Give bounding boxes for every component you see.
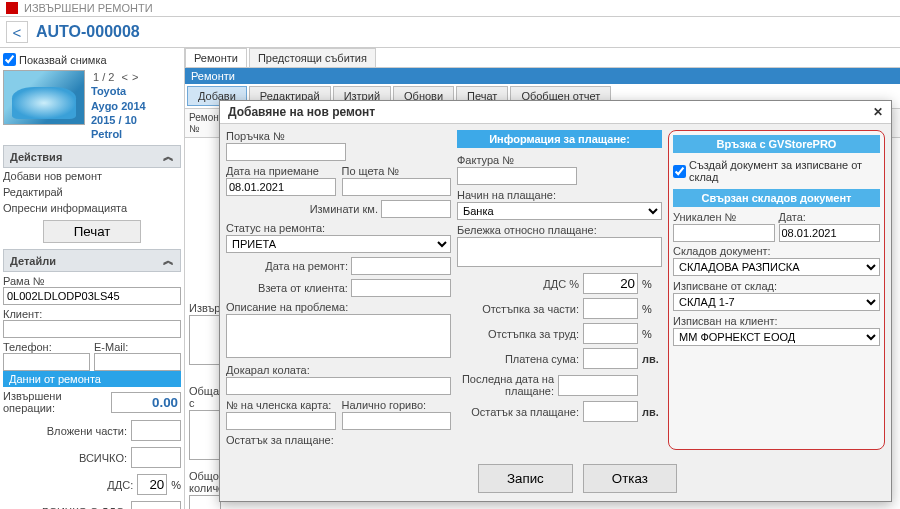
- payment-section-title: Информация за плащане:: [457, 130, 662, 148]
- km-input[interactable]: [381, 200, 451, 218]
- actions-header[interactable]: Действия ︽: [3, 145, 181, 168]
- details-header[interactable]: Детайли ︽: [3, 249, 181, 272]
- app-icon: [6, 2, 18, 14]
- repair-date-input[interactable]: [351, 257, 451, 275]
- pay-method-select[interactable]: Банка: [457, 202, 662, 220]
- print-button[interactable]: Печат: [43, 220, 142, 243]
- uid-input[interactable]: [673, 224, 775, 242]
- app-title: ИЗВЪРШЕНИ РЕМОНТИ: [24, 2, 153, 14]
- pager-prev[interactable]: <: [121, 71, 127, 83]
- paid-input[interactable]: [583, 348, 638, 369]
- chevron-up-icon[interactable]: ︽: [163, 253, 174, 268]
- dialog-title: Добавяне на нов ремонт: [228, 105, 375, 119]
- frame-label: Рама №: [3, 275, 181, 287]
- save-button[interactable]: Запис: [478, 464, 573, 493]
- vat-value[interactable]: [137, 474, 167, 495]
- taken-date-input[interactable]: [351, 279, 451, 297]
- date-received-input[interactable]: [226, 178, 336, 196]
- total-value[interactable]: [131, 447, 181, 468]
- action-edit[interactable]: Редактирай: [3, 184, 181, 200]
- back-button[interactable]: <: [6, 21, 28, 43]
- doc-date-input[interactable]: [779, 224, 881, 242]
- show-image-label: Показвай снимка: [19, 54, 107, 66]
- client-select[interactable]: ММ ФОРНЕКСТ ЕООД: [673, 328, 880, 346]
- subbar: Ремонти: [185, 68, 900, 84]
- problem-textarea[interactable]: [226, 314, 451, 358]
- chevron-up-icon[interactable]: ︽: [163, 149, 174, 164]
- show-image-check[interactable]: [3, 53, 16, 66]
- brought-input[interactable]: [226, 377, 451, 395]
- doc-type-select[interactable]: СКЛАДОВА РАЗПИСКА: [673, 258, 880, 276]
- client-input[interactable]: [3, 320, 181, 338]
- order-input[interactable]: [226, 143, 346, 161]
- action-add-repair[interactable]: Добави нов ремонт: [3, 168, 181, 184]
- car-image: [3, 70, 85, 125]
- status-select[interactable]: ПРИЕТА: [226, 235, 451, 253]
- disc-parts-input[interactable]: [583, 298, 638, 319]
- last-pay-input[interactable]: [558, 375, 638, 396]
- ops-value[interactable]: [111, 392, 181, 413]
- claim-input[interactable]: [342, 178, 452, 196]
- app-titlebar: ИЗВЪРШЕНИ РЕМОНТИ: [0, 0, 900, 17]
- total-vat-value[interactable]: [131, 501, 181, 509]
- vat-input[interactable]: [583, 273, 638, 294]
- client-label: Клиент:: [3, 308, 181, 320]
- show-image-checkbox[interactable]: Показвай снимка: [3, 51, 181, 68]
- invoice-input[interactable]: [457, 167, 577, 185]
- parts-value[interactable]: [131, 420, 181, 441]
- email-input[interactable]: [94, 353, 181, 371]
- tab-repairs[interactable]: Ремонти: [185, 48, 247, 67]
- disc-labor-input[interactable]: [583, 323, 638, 344]
- repair-data-bar: Данни от ремонта: [3, 371, 181, 387]
- sidebar: Показвай снимка 1 / 2 <> Toyota Aygo 201…: [0, 48, 185, 509]
- gvstore-section-title: Връзка с GVStorePRO: [673, 135, 880, 153]
- frame-input[interactable]: [3, 287, 181, 305]
- car-info: 1 / 2 <> Toyota Aygo 2014 2015 / 10 Petr…: [91, 70, 146, 141]
- action-refresh[interactable]: Опресни информацията: [3, 200, 181, 216]
- remain-pay-input[interactable]: [583, 401, 638, 422]
- cancel-button[interactable]: Отказ: [583, 464, 677, 493]
- phone-input[interactable]: [3, 353, 90, 371]
- card-input[interactable]: [226, 412, 336, 430]
- create-doc-checkbox[interactable]: Създай документ за изписване от склад: [673, 157, 880, 185]
- header: < AUTO-000008: [0, 17, 900, 48]
- linked-doc-title: Свързан складов документ: [673, 189, 880, 207]
- record-title: AUTO-000008: [36, 23, 140, 41]
- fuel-input[interactable]: [342, 412, 452, 430]
- pager-next[interactable]: >: [132, 71, 138, 83]
- pay-note-textarea[interactable]: [457, 237, 662, 267]
- tab-events[interactable]: Предстоящи събития: [249, 48, 376, 67]
- close-icon[interactable]: ✕: [873, 105, 883, 119]
- warehouse-select[interactable]: СКЛАД 1-7: [673, 293, 880, 311]
- add-repair-dialog: Добавяне на нов ремонт ✕ Поръчка № Дата …: [219, 100, 892, 502]
